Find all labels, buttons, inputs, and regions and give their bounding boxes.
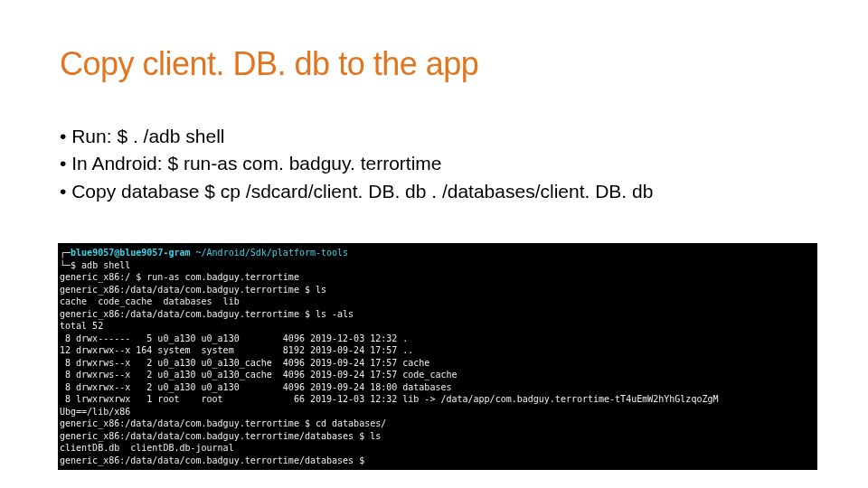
terminal-screenshot: ┌─blue9057@blue9057-gram ~/Android/Sdk/p… xyxy=(58,243,817,470)
terminal-line: └─$ adb shell xyxy=(60,260,130,270)
terminal-line: 8 drwx------ 5 u0_a130 u0_a130 4096 2019… xyxy=(60,333,408,343)
terminal-line: 8 drwxrws--x 2 u0_a130 u0_a130_cache 409… xyxy=(60,370,458,380)
terminal-line: generic_x86:/data/data/com.badguy.terror… xyxy=(60,309,354,319)
terminal-line: generic_x86:/data/data/com.badguy.terror… xyxy=(60,418,386,428)
terminal-user: blue9057@blue9057-gram xyxy=(71,248,190,258)
bullet-list: Run: $ . /adb shell In Android: $ run-as… xyxy=(60,123,808,205)
bullet-item: In Android: $ run-as com. badguy. terror… xyxy=(60,150,808,177)
slide: Copy client. DB. db to the app Run: $ . … xyxy=(0,0,868,488)
terminal-line: generic_x86:/ $ run-as com.badguy.terror… xyxy=(60,272,299,282)
bullet-item: Copy database $ cp /sdcard/client. DB. d… xyxy=(60,178,808,205)
terminal-line: 8 lrwxrwxrwx 1 root root 66 2019-12-03 1… xyxy=(60,394,718,404)
terminal-line: generic_x86:/data/data/com.badguy.terror… xyxy=(60,455,370,465)
terminal-cmd: $ adb shell xyxy=(71,260,130,270)
terminal-line: total 52 xyxy=(60,321,103,331)
terminal-line: 8 drwxrws--x 2 u0_a130 u0_a130_cache 409… xyxy=(60,358,429,368)
terminal-line: 8 drwxrwx--x 2 u0_a130 u0_a130 4096 2019… xyxy=(60,382,451,392)
bullet-item: Run: $ . /adb shell xyxy=(60,123,808,150)
terminal-line: ┌─blue9057@blue9057-gram ~/Android/Sdk/p… xyxy=(60,248,348,258)
terminal-line: clientDB.db clientDB.db-journal xyxy=(60,443,234,453)
terminal-line: Ubg==/lib/x86 xyxy=(60,407,130,417)
terminal-line: generic_x86:/data/data/com.badguy.terror… xyxy=(60,285,326,295)
terminal-line: generic_x86:/data/data/com.badguy.terror… xyxy=(60,431,381,441)
slide-title: Copy client. DB. db to the app xyxy=(60,45,808,83)
terminal-line: cache code_cache databases lib xyxy=(60,296,240,306)
terminal-line: 12 drwxrwx--x 164 system system 8192 201… xyxy=(60,345,413,355)
terminal-path: ~/Android/Sdk/platform-tools xyxy=(196,248,349,258)
